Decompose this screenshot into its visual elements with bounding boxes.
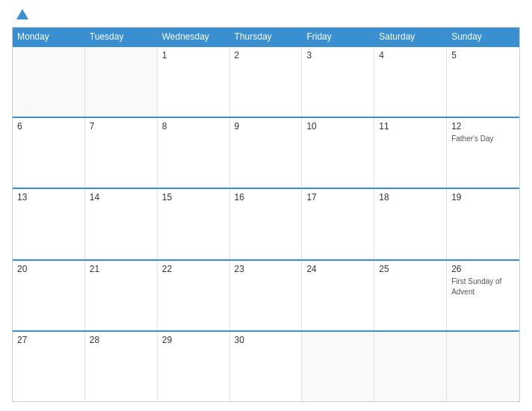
logo [12, 9, 31, 19]
day-cell [374, 332, 447, 401]
day-number: 28 [90, 335, 152, 345]
week-row: 13141516171819 [13, 188, 519, 259]
day-cell: 2 [230, 47, 303, 117]
day-cell: 12Father's Day [447, 118, 519, 188]
week-row: 12345 [13, 46, 519, 117]
day-number: 13 [17, 192, 80, 203]
day-cell: 29 [158, 332, 230, 401]
day-number: 30 [235, 335, 297, 345]
day-cell [302, 332, 374, 401]
calendar-grid: MondayTuesdayWednesdayThursdayFridaySatu… [12, 27, 520, 402]
day-number: 3 [306, 50, 369, 61]
day-cell: 5 [447, 47, 519, 117]
header [12, 9, 520, 19]
day-cell: 30 [230, 332, 303, 401]
day-number: 14 [90, 192, 152, 203]
day-cell: 4 [374, 47, 447, 117]
day-number: 9 [235, 121, 297, 132]
day-number: 20 [17, 264, 80, 274]
day-cell: 22 [158, 261, 230, 330]
day-number: 24 [306, 264, 369, 274]
day-cell: 18 [374, 189, 447, 259]
day-cell: 14 [85, 189, 158, 259]
day-cell: 3 [302, 47, 374, 117]
day-number: 1 [162, 50, 225, 61]
day-number: 19 [451, 192, 515, 203]
day-header: Saturday [374, 28, 447, 46]
day-cell: 17 [302, 189, 374, 259]
day-cell: 24 [302, 261, 374, 330]
day-header: Tuesday [85, 28, 158, 46]
day-cell: 20 [13, 261, 85, 330]
day-cell: 13 [13, 189, 85, 259]
day-number: 22 [162, 264, 225, 274]
day-number: 10 [306, 121, 369, 132]
day-cell: 28 [85, 332, 158, 401]
day-cell: 23 [230, 261, 303, 330]
day-cell: 15 [158, 189, 230, 259]
day-number: 23 [235, 264, 297, 274]
day-cell: 10 [302, 118, 374, 188]
day-cell: 19 [447, 189, 519, 259]
day-cell: 21 [85, 261, 158, 330]
day-cell: 11 [374, 118, 447, 188]
day-header: Wednesday [158, 28, 230, 46]
day-number: 6 [17, 121, 80, 132]
day-cell: 7 [85, 118, 158, 188]
day-number: 7 [90, 121, 152, 132]
day-number: 25 [379, 264, 442, 274]
day-number: 17 [306, 192, 369, 203]
day-cell [13, 47, 85, 117]
day-number: 18 [379, 192, 442, 203]
day-number: 29 [162, 335, 225, 345]
day-cell: 8 [158, 118, 230, 188]
day-header: Thursday [230, 28, 303, 46]
day-number: 4 [379, 50, 442, 61]
day-number: 5 [451, 50, 515, 61]
day-cell: 25 [374, 261, 447, 330]
day-cell: 27 [13, 332, 85, 401]
weeks-container: 123456789101112Father's Day1314151617181… [13, 46, 519, 401]
day-number: 15 [162, 192, 225, 203]
calendar-page: MondayTuesdayWednesdayThursdayFridaySatu… [0, 0, 532, 411]
day-header: Monday [13, 28, 85, 46]
day-cell: 1 [158, 47, 230, 117]
day-number: 11 [379, 121, 442, 132]
day-event: First Sunday of Advent [451, 277, 501, 296]
day-number: 27 [17, 335, 80, 345]
day-header: Friday [302, 28, 374, 46]
day-number: 8 [162, 121, 225, 132]
day-event: Father's Day [451, 135, 493, 143]
day-number: 16 [235, 192, 297, 203]
day-header: Sunday [447, 28, 519, 46]
day-number: 26 [451, 264, 515, 274]
day-number: 2 [235, 50, 297, 61]
day-headers-row: MondayTuesdayWednesdayThursdayFridaySatu… [13, 28, 519, 46]
day-cell: 16 [230, 189, 303, 259]
day-cell: 6 [13, 118, 85, 188]
day-cell: 9 [230, 118, 303, 188]
day-cell: 26First Sunday of Advent [447, 261, 519, 330]
week-row: 6789101112Father's Day [13, 117, 519, 188]
day-cell [85, 47, 158, 117]
logo-triangle-icon [16, 9, 28, 19]
week-row: 20212223242526First Sunday of Advent [13, 259, 519, 330]
week-row: 27282930 [13, 330, 519, 401]
day-number: 12 [451, 121, 515, 132]
day-cell [447, 332, 519, 401]
day-number: 21 [90, 264, 152, 274]
